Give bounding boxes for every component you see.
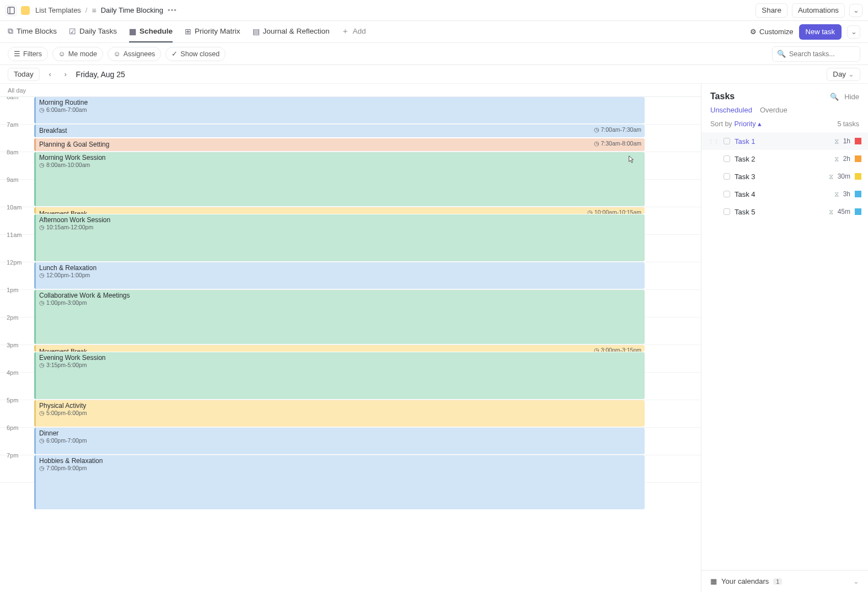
assignees-button[interactable]: ☺Assignees bbox=[108, 47, 161, 61]
event-title: Breakfast bbox=[39, 127, 67, 134]
calendar-event[interactable]: Breakfast◷ 7:00am-7:30am bbox=[34, 125, 645, 137]
tasks-panel-title: Tasks bbox=[710, 92, 824, 101]
calendar-event[interactable]: Morning Work Session◷ 8:00am-10:00am bbox=[34, 152, 645, 206]
drag-handle-icon[interactable]: ⋮⋮ bbox=[708, 138, 719, 144]
tab-daily-tasks[interactable]: ☑Daily Tasks bbox=[69, 21, 117, 42]
event-time: ◷ 10:15am-12:00pm bbox=[39, 224, 641, 230]
task-row[interactable]: ⋮⋮ Task 1 ⧖ 1h bbox=[701, 132, 868, 150]
more-menu-icon[interactable]: ••• bbox=[168, 6, 177, 14]
journal-icon: ▤ bbox=[253, 27, 260, 36]
tab-unscheduled[interactable]: Unscheduled bbox=[710, 106, 752, 114]
tab-label: Daily Tasks bbox=[79, 27, 117, 35]
me-mode-button[interactable]: ☺Me mode bbox=[52, 47, 103, 61]
search-input[interactable] bbox=[789, 50, 855, 58]
event-title: Lunch & Relaxation bbox=[39, 264, 641, 272]
task-row[interactable]: ⋮⋮ Task 2 ⧖ 2h bbox=[701, 150, 868, 168]
task-checkbox[interactable] bbox=[724, 191, 730, 197]
task-checkbox[interactable] bbox=[724, 155, 730, 162]
duration-icon: ⧖ bbox=[834, 190, 839, 198]
event-time: ◷ 3:00pm-3:15pm bbox=[594, 347, 641, 352]
task-row[interactable]: ⋮⋮ Task 3 ⧖ 30m bbox=[701, 168, 868, 185]
task-checkbox[interactable] bbox=[724, 173, 730, 180]
your-calendars-section[interactable]: ▦ Your calendars 1 ⌄ bbox=[701, 570, 868, 592]
collapse-sidebar-icon[interactable] bbox=[6, 5, 17, 16]
task-row[interactable]: ⋮⋮ Task 5 ⧖ 45m bbox=[701, 203, 868, 220]
hour-label: 5pm bbox=[7, 397, 18, 403]
matrix-icon: ⊞ bbox=[185, 27, 191, 36]
show-closed-button[interactable]: ✓Show closed bbox=[165, 47, 226, 61]
calendar-event[interactable]: Planning & Goal Setting◷ 7:30am-8:00am bbox=[34, 138, 645, 151]
calendar-event[interactable]: Movement Break◷ 10:00am-10:15am bbox=[34, 207, 645, 214]
task-list: ⋮⋮ Task 1 ⧖ 1h ⋮⋮ Task 2 ⧖ 2h ⋮⋮ Task 3 … bbox=[701, 132, 868, 570]
hour-label: 7pm bbox=[7, 452, 18, 459]
hide-panel-button[interactable]: Hide bbox=[844, 93, 859, 101]
tab-label: Time Blocks bbox=[17, 27, 57, 35]
tab-label: Schedule bbox=[140, 27, 173, 35]
tab-schedule[interactable]: ▦Schedule bbox=[129, 21, 173, 42]
event-time: ◷ 5:00pm-6:00pm bbox=[39, 410, 641, 416]
calendar-event[interactable]: Afternoon Work Session◷ 10:15am-12:00pm bbox=[34, 214, 645, 262]
duration-icon: ⧖ bbox=[834, 137, 839, 145]
calendar-event[interactable]: Hobbies & Relaxation◷ 7:00pm-9:00pm bbox=[34, 455, 645, 509]
task-row[interactable]: ⋮⋮ Task 4 ⧖ 3h bbox=[701, 185, 868, 203]
sort-value[interactable]: Priority ▴ bbox=[735, 120, 762, 128]
task-name: Task 1 bbox=[735, 137, 830, 146]
list-icon: ≡ bbox=[92, 6, 96, 15]
task-name: Task 2 bbox=[735, 155, 830, 163]
calendar-event[interactable]: Dinner◷ 6:00pm-7:00pm bbox=[34, 428, 645, 454]
tab-journal-reflection[interactable]: ▤Journal & Reflection bbox=[253, 21, 330, 42]
hour-label: 3pm bbox=[7, 342, 18, 348]
event-time: ◷ 7:30am-8:00am bbox=[594, 140, 641, 147]
priority-flag-icon bbox=[855, 208, 861, 215]
prev-day-button[interactable]: ‹ bbox=[45, 69, 55, 79]
task-checkbox[interactable] bbox=[724, 208, 730, 215]
calendar-event[interactable]: Lunch & Relaxation◷ 12:00pm-1:00pm bbox=[34, 262, 645, 289]
breadcrumb-parent[interactable]: List Templates bbox=[35, 6, 81, 14]
tab-priority-matrix[interactable]: ⊞Priority Matrix bbox=[185, 21, 240, 42]
tasks-panel: Tasks 🔍 Hide Unscheduled Overdue Sort by… bbox=[701, 84, 868, 592]
calendar-event[interactable]: Collaborative Work & Meetings◷ 1:00pm-3:… bbox=[34, 290, 645, 344]
calendar-icon: ▦ bbox=[710, 577, 717, 585]
filters-button[interactable]: ☰Filters bbox=[8, 47, 48, 61]
date-nav-bar: Today ‹ › Friday, Aug 25 Day⌄ bbox=[0, 65, 868, 84]
next-day-button[interactable]: › bbox=[61, 69, 71, 79]
view-picker[interactable]: Day⌄ bbox=[827, 68, 860, 81]
filter-bar: ☰Filters ☺Me mode ☺Assignees ✓Show close… bbox=[0, 43, 868, 65]
calendar-event[interactable]: Evening Work Session◷ 3:15pm-5:00pm bbox=[34, 352, 645, 400]
event-time: ◷ 6:00pm-7:00pm bbox=[39, 437, 641, 444]
tab-time-blocks[interactable]: ⧉Time Blocks bbox=[8, 21, 57, 42]
task-name: Task 5 bbox=[735, 208, 824, 216]
task-duration: 45m bbox=[838, 208, 850, 216]
calendar-event[interactable]: Movement Break◷ 3:00pm-3:15pm bbox=[34, 345, 645, 352]
tab-overdue[interactable]: Overdue bbox=[760, 106, 787, 114]
plus-icon: ＋ bbox=[341, 26, 349, 36]
sort-label: Sort by bbox=[710, 120, 732, 128]
event-title: Morning Routine bbox=[39, 99, 641, 106]
hour-label: 7am bbox=[7, 121, 18, 128]
automations-button[interactable]: Automations bbox=[792, 3, 845, 18]
hour-label: 6pm bbox=[7, 424, 18, 431]
hour-label: 10am bbox=[7, 204, 22, 211]
task-duration: 30m bbox=[838, 173, 850, 180]
hour-label: 11am bbox=[7, 232, 22, 238]
event-title: Physical Activity bbox=[39, 402, 641, 410]
today-button[interactable]: Today bbox=[8, 68, 40, 81]
event-time: ◷ 1:00pm-3:00pm bbox=[39, 299, 641, 306]
share-button[interactable]: Share bbox=[756, 3, 787, 18]
customize-button[interactable]: ⚙ Customize bbox=[750, 28, 793, 36]
task-checkbox[interactable] bbox=[724, 138, 730, 144]
chevron-down-icon[interactable]: ⌄ bbox=[849, 4, 862, 17]
event-title: Morning Work Session bbox=[39, 154, 641, 162]
settings-icon: ⚙ bbox=[750, 28, 757, 36]
calendar-event[interactable]: Morning Routine◷ 6:00am-7:00am bbox=[34, 97, 645, 123]
filter-icon: ☰ bbox=[14, 50, 20, 58]
event-time: ◷ 8:00am-10:00am bbox=[39, 162, 641, 168]
new-task-button[interactable]: New task bbox=[799, 24, 842, 40]
add-view-button[interactable]: ＋ Add bbox=[341, 21, 366, 42]
calendar-event[interactable]: Physical Activity◷ 5:00pm-6:00pm bbox=[34, 400, 645, 427]
duration-icon: ⧖ bbox=[834, 155, 839, 163]
search-icon[interactable]: 🔍 bbox=[830, 93, 839, 101]
breadcrumb-current[interactable]: Daily Time Blocking bbox=[101, 6, 163, 14]
chevron-down-icon[interactable]: ⌄ bbox=[847, 25, 860, 39]
user-icon: ☺ bbox=[58, 50, 66, 58]
